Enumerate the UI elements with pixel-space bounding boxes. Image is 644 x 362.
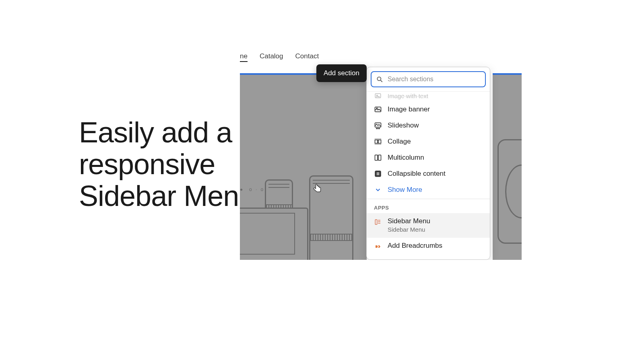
search-icon	[376, 75, 384, 83]
search-wrap	[367, 67, 490, 92]
lineart-camera	[497, 139, 522, 244]
section-item-slideshow[interactable]: Slideshow	[367, 117, 490, 134]
sidebar-app-icon	[374, 218, 382, 226]
svg-point-9	[379, 128, 380, 129]
nav-catalog[interactable]: Catalog	[260, 52, 283, 62]
slideshow-icon	[374, 121, 382, 130]
app-subtitle: Sidebar Menu	[388, 226, 430, 233]
section-label: Image banner	[388, 105, 430, 113]
section-picker-panel: Image with text Image banner Slideshow C…	[366, 67, 490, 260]
svg-rect-14	[375, 155, 378, 160]
app-item-sidebar-menu[interactable]: Sidebar Menu Sidebar Menu	[367, 213, 490, 238]
search-input[interactable]	[388, 76, 481, 83]
show-more-button[interactable]: Show More	[367, 182, 490, 198]
divider	[367, 199, 490, 199]
nav-contact[interactable]: Contact	[295, 52, 319, 62]
image-icon	[374, 92, 382, 100]
lineart-map	[240, 208, 308, 260]
apps-group-label: APPS	[367, 200, 490, 213]
collapsible-icon	[374, 170, 382, 178]
app-text: Add Breadcrumbs	[388, 242, 442, 250]
promo-headline: Easily add a responsive Sidebar Menu	[79, 117, 254, 212]
pointer-cursor-icon	[313, 183, 322, 195]
section-item-image-with-text-partial[interactable]: Image with text	[367, 92, 490, 101]
add-section-tooltip: Add section	[316, 64, 367, 82]
app-text: Sidebar Menu Sidebar Menu	[388, 217, 430, 233]
svg-point-8	[378, 128, 378, 129]
screenshot-region: ne Catalog Contact ● o · o · Add section	[240, 49, 522, 260]
svg-rect-2	[375, 94, 381, 98]
svg-rect-24	[375, 220, 377, 224]
section-label: Slideshow	[388, 121, 419, 130]
section-item-collapsible-content[interactable]: Collapsible content	[367, 166, 490, 182]
app-item-breadcrumbs[interactable]: Add Breadcrumbs	[367, 238, 490, 251]
storefront-hero-background: ● o · o ·	[240, 73, 367, 260]
svg-point-0	[377, 77, 381, 80]
storefront-nav: ne Catalog Contact	[240, 52, 319, 62]
search-box[interactable]	[371, 71, 486, 87]
app-title: Add Breadcrumbs	[388, 242, 442, 250]
svg-line-1	[381, 80, 382, 82]
chevron-down-icon	[374, 186, 382, 194]
svg-rect-15	[378, 155, 381, 160]
svg-rect-11	[378, 140, 381, 143]
svg-rect-10	[375, 140, 378, 143]
section-label: Collage	[388, 138, 411, 146]
section-item-image-banner[interactable]: Image banner	[367, 101, 490, 117]
breadcrumbs-app-icon	[374, 243, 382, 251]
section-item-collage[interactable]: Collage	[367, 134, 490, 150]
section-label: Multicolumn	[388, 154, 424, 162]
svg-point-7	[376, 128, 377, 129]
lineart-illustration: ● o · o ·	[240, 75, 367, 260]
section-item-multicolumn[interactable]: Multicolumn	[367, 150, 490, 166]
image-banner-icon	[374, 105, 382, 113]
collage-icon	[374, 138, 382, 146]
section-label: Image with text	[388, 93, 428, 99]
section-label: Collapsible content	[388, 170, 446, 178]
show-more-label: Show More	[388, 186, 422, 194]
svg-point-5	[376, 108, 377, 109]
multicolumn-icon	[374, 154, 382, 162]
sections-list: Image with text Image banner Slideshow C…	[367, 92, 490, 259]
nav-home-partial[interactable]: ne	[240, 52, 248, 62]
storefront-hero-right	[493, 73, 522, 260]
app-title: Sidebar Menu	[388, 217, 430, 225]
